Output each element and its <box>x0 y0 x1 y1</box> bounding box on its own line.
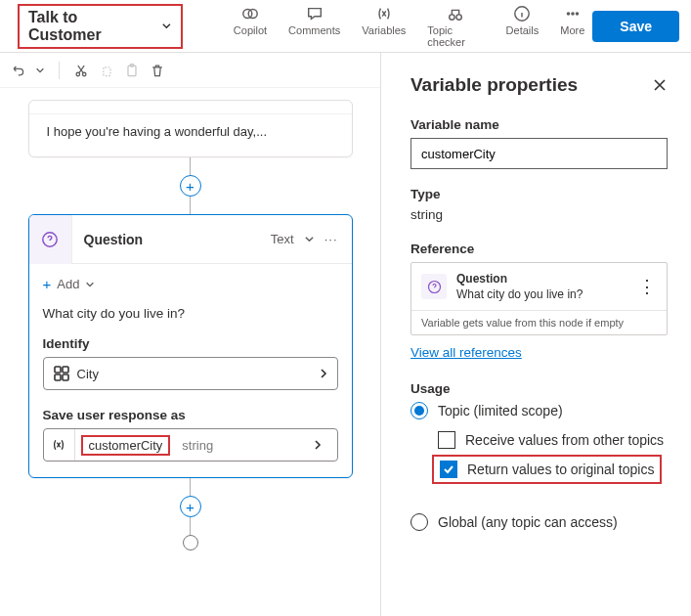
question-title: Question <box>84 232 144 247</box>
chevron-down-icon <box>85 280 95 289</box>
connector <box>190 157 191 175</box>
more-label: More <box>560 24 584 36</box>
message-text: I hope you're having a wonderful day,... <box>47 124 334 139</box>
ref-title: Question <box>456 271 583 286</box>
receive-values-checkbox[interactable]: Receive values from other topics <box>438 431 668 449</box>
more-icon <box>564 5 582 22</box>
ref-subtitle: What city do you live in? <box>456 286 583 302</box>
add-button[interactable]: + Add <box>43 274 338 302</box>
connector <box>190 517 191 535</box>
topic-checker-tool[interactable]: Topic checker <box>427 5 484 48</box>
separator <box>59 62 60 79</box>
cut-icon[interactable] <box>73 63 89 78</box>
svg-point-5 <box>567 12 569 14</box>
type-value: string <box>410 207 668 222</box>
question-node[interactable]: Question Text ··· + Add What city do you… <box>28 214 353 478</box>
end-node <box>183 535 198 550</box>
var-name-input[interactable] <box>410 138 668 169</box>
usage-topic-label: Topic (limited scope) <box>438 403 563 418</box>
variables-icon <box>375 5 393 22</box>
svg-point-6 <box>572 12 574 14</box>
svg-point-3 <box>456 14 461 19</box>
undo-icon[interactable] <box>10 63 25 78</box>
topic-name-text: Talk to Customer <box>28 9 151 44</box>
undo-chevron-icon[interactable] <box>35 63 45 78</box>
delete-icon[interactable] <box>150 63 165 78</box>
node-more-icon[interactable]: ··· <box>324 232 338 246</box>
comment-icon <box>306 5 324 22</box>
identify-value: City <box>77 367 99 381</box>
reference-label: Reference <box>410 242 668 256</box>
question-prompt: What city do you live in? <box>43 302 338 336</box>
svg-point-1 <box>248 9 257 18</box>
receive-values-label: Receive values from other topics <box>465 432 664 448</box>
svg-point-7 <box>576 12 578 14</box>
var-name-label: Variable name <box>410 117 668 132</box>
variables-tool[interactable]: Variables <box>362 5 406 48</box>
save-button[interactable]: Save <box>592 11 679 42</box>
save-response-label: Save user response as <box>43 408 338 428</box>
copilot-icon <box>241 5 259 22</box>
authoring-canvas: I hope you're having a wonderful day,...… <box>0 53 381 616</box>
message-node[interactable]: I hope you're having a wonderful day,... <box>28 100 353 157</box>
usage-topic-radio[interactable]: Topic (limited scope) <box>410 402 668 419</box>
svg-rect-14 <box>55 367 61 373</box>
svg-point-2 <box>450 14 454 19</box>
close-icon[interactable] <box>652 77 668 93</box>
copilot-tool[interactable]: Copilot <box>234 5 267 48</box>
chevron-right-icon <box>314 439 322 451</box>
add-node-button[interactable]: + <box>180 175 201 197</box>
question-type-tag: Text <box>271 232 294 246</box>
canvas-toolbar <box>0 53 380 88</box>
variable-name-value: customerCity <box>81 435 171 456</box>
paste-icon[interactable] <box>124 63 140 78</box>
usage-global-radio[interactable]: Global (any topic can access) <box>410 513 668 531</box>
type-label: Type <box>410 187 668 201</box>
view-all-references-link[interactable]: View all references <box>410 345 522 360</box>
variable-properties-panel: Variable properties Variable name Type s… <box>381 53 691 616</box>
reference-card[interactable]: Question What city do you live in? ⋮ Var… <box>410 262 668 335</box>
copilot-label: Copilot <box>234 24 267 36</box>
entity-icon <box>54 366 69 381</box>
checkbox-icon <box>438 431 455 449</box>
details-tool[interactable]: Details <box>506 5 540 48</box>
variable-icon <box>44 429 75 461</box>
svg-rect-17 <box>63 374 68 380</box>
add-node-button[interactable]: + <box>180 496 201 517</box>
add-label: Add <box>57 277 79 291</box>
topic-name-dropdown[interactable]: Talk to Customer <box>18 4 183 49</box>
question-icon <box>421 274 447 299</box>
identify-field[interactable]: City <box>43 357 338 390</box>
topic-checker-icon <box>447 5 464 22</box>
ref-more-icon[interactable]: ⋮ <box>638 276 657 297</box>
usage-label: Usage <box>410 381 668 396</box>
save-response-field[interactable]: customerCity string <box>43 428 338 462</box>
svg-rect-10 <box>104 66 110 75</box>
svg-point-9 <box>82 72 86 76</box>
chevron-down-icon <box>161 21 172 31</box>
topic-checker-label: Topic checker <box>427 24 484 48</box>
chevron-right-icon <box>320 368 327 379</box>
connector <box>190 478 191 496</box>
radio-icon <box>410 402 428 419</box>
svg-rect-15 <box>63 367 68 373</box>
copy-icon[interactable] <box>99 63 114 78</box>
return-values-label: Return values to original topics <box>467 462 654 477</box>
usage-global-label: Global (any topic can access) <box>438 514 618 530</box>
info-icon <box>513 5 531 22</box>
more-tool[interactable]: More <box>560 5 584 48</box>
comments-label: Comments <box>288 24 340 36</box>
identify-label: Identify <box>43 336 338 357</box>
question-icon <box>29 215 72 264</box>
chevron-down-icon[interactable] <box>304 234 315 244</box>
svg-point-8 <box>76 72 80 76</box>
connector <box>190 197 191 214</box>
details-label: Details <box>506 24 540 36</box>
svg-rect-16 <box>55 374 61 380</box>
checkbox-checked-icon <box>440 461 457 478</box>
comments-tool[interactable]: Comments <box>288 5 340 48</box>
variable-type-value: string <box>182 438 213 453</box>
radio-icon <box>410 513 428 531</box>
return-values-checkbox[interactable]: Return values to original topics <box>440 461 654 478</box>
variables-label: Variables <box>362 24 406 36</box>
